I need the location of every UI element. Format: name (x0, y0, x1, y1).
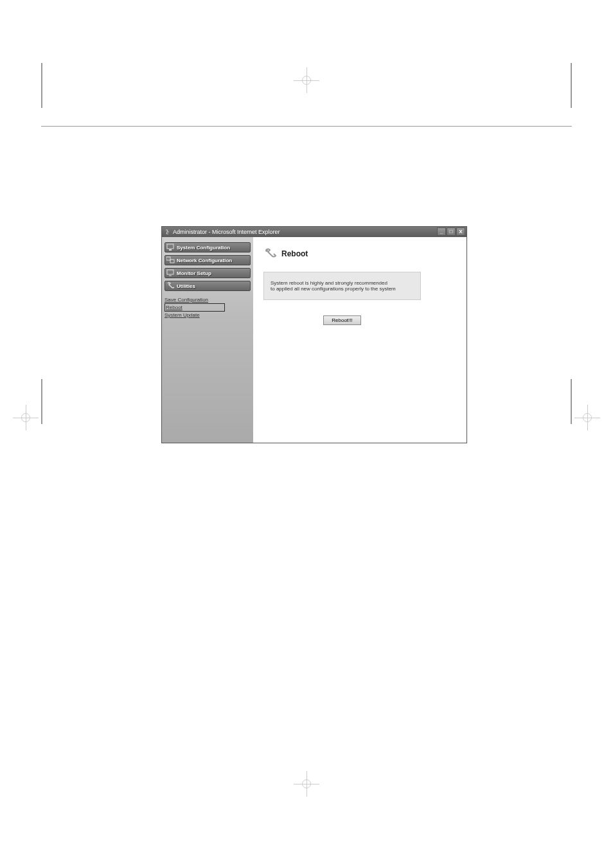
svg-rect-2 (166, 257, 170, 260)
nav-network-config[interactable]: Network Configuration (164, 255, 251, 265)
svg-point-6 (265, 249, 268, 252)
svg-rect-1 (169, 249, 172, 251)
close-button[interactable]: X (456, 227, 465, 236)
sidebar: System Configuration Network Configurati… (162, 237, 253, 443)
wrench-icon (166, 282, 175, 290)
network-icon (166, 256, 175, 264)
nav-label: System Configuration (177, 245, 230, 251)
sidebar-link-reboot[interactable]: Reboot (164, 303, 225, 312)
svg-rect-0 (167, 244, 173, 249)
app-window: Administrator - Microsoft Internet Explo… (161, 226, 467, 443)
ie-icon (164, 229, 171, 235)
main-content: Reboot System reboot is highly and stron… (253, 237, 466, 443)
svg-rect-3 (170, 260, 174, 263)
nav-utilities[interactable]: Utilities (164, 281, 251, 291)
minimize-button[interactable]: _ (437, 227, 446, 236)
nav-label: Monitor Setup (177, 270, 211, 276)
sidebar-links: Save Configuration Reboot System Update (164, 296, 251, 319)
sidebar-link-save-config[interactable]: Save Configuration (164, 296, 251, 303)
message-line-2: to applied all new configurations proper… (271, 286, 414, 292)
wrench-icon (263, 247, 276, 260)
window-title: Administrator - Microsoft Internet Explo… (173, 229, 280, 235)
reboot-button[interactable]: Reboot!!! (323, 315, 360, 325)
window-controls: _ □ X (437, 227, 465, 236)
maximize-button[interactable]: □ (447, 227, 456, 236)
nav-monitor-setup[interactable]: Monitor Setup (164, 268, 251, 278)
nav-label: Utilities (177, 283, 195, 289)
nav-system-config[interactable]: System Configuration (164, 242, 251, 252)
monitor-icon (166, 244, 175, 251)
svg-rect-4 (167, 270, 173, 274)
info-message-box: System reboot is highly and strongly rec… (263, 272, 421, 300)
sidebar-link-system-update[interactable]: System Update (164, 312, 251, 319)
message-line-1: System reboot is highly and strongly rec… (271, 280, 414, 286)
titlebar: Administrator - Microsoft Internet Explo… (162, 227, 466, 237)
content-header: Reboot (263, 247, 456, 260)
action-area: Reboot!!! (263, 313, 421, 325)
page-title: Reboot (281, 249, 308, 258)
display-icon (166, 269, 175, 277)
nav-label: Network Configuration (177, 258, 232, 263)
